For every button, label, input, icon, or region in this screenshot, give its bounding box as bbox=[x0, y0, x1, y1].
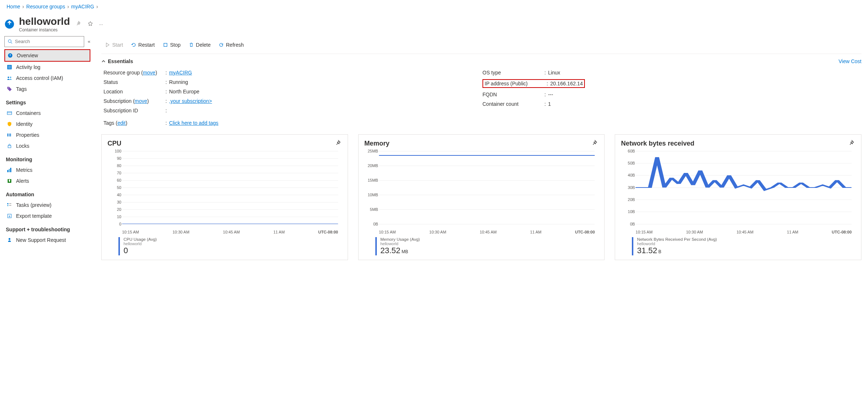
essentials-row: Status:Running bbox=[103, 77, 482, 87]
more-icon[interactable]: ··· bbox=[99, 22, 103, 27]
delete-button[interactable]: Delete bbox=[185, 40, 214, 50]
search-icon bbox=[8, 39, 13, 44]
sidebar-item-label: Locks bbox=[16, 143, 30, 149]
svg-rect-19 bbox=[10, 168, 11, 172]
breadcrumb: Home › Resource groups › myACIRG › bbox=[0, 0, 868, 13]
move-link[interactable]: move bbox=[143, 70, 155, 76]
sidebar-item-access-control-iam-[interactable]: Access control (IAM) bbox=[4, 73, 90, 84]
svg-rect-21 bbox=[7, 203, 8, 204]
sidebar-item-tags[interactable]: Tags bbox=[4, 84, 90, 94]
essentials-row: Tags (edit):Click here to add tags bbox=[103, 118, 482, 128]
chart-x-axis: 10:15 AM10:30 AM10:45 AM11 AMUTC-08:00 bbox=[122, 228, 338, 234]
chart-legend: Network Bytes Received Per Second (Avg) … bbox=[621, 237, 855, 255]
restart-button[interactable]: Restart bbox=[128, 40, 159, 50]
search-input[interactable] bbox=[15, 39, 81, 44]
pin-icon[interactable] bbox=[592, 140, 598, 147]
breadcrumb-rg-name[interactable]: myACIRG bbox=[71, 4, 94, 9]
pin-icon[interactable] bbox=[335, 140, 342, 147]
card-title: CPU bbox=[107, 140, 121, 147]
sidebar-item-label: Containers bbox=[16, 110, 41, 116]
sidebar-item-label: Export template bbox=[16, 213, 52, 219]
chart-x-axis: 10:15 AM10:30 AM10:45 AM11 AMUTC-08:00 bbox=[636, 228, 852, 234]
nav-group-title: Support + troubleshooting bbox=[4, 221, 90, 235]
essentials-toggle[interactable]: Essentials bbox=[101, 58, 133, 64]
chart-x-axis: 10:15 AM10:30 AM10:45 AM11 AMUTC-08:00 bbox=[379, 228, 595, 234]
essentials-value-link[interactable]: ,your subscription> bbox=[169, 98, 212, 104]
svg-point-10 bbox=[8, 88, 9, 88]
delete-icon bbox=[189, 42, 194, 47]
breadcrumb-resource-groups[interactable]: Resource groups bbox=[26, 4, 65, 9]
sidebar-item-activity-log[interactable]: Activity log bbox=[4, 62, 90, 73]
move-link[interactable]: move bbox=[135, 98, 147, 104]
pin-icon[interactable] bbox=[849, 140, 855, 147]
breadcrumb-home[interactable]: Home bbox=[7, 4, 20, 9]
essentials-row: OS type:Linux bbox=[482, 68, 861, 77]
favorite-icon[interactable] bbox=[87, 21, 93, 28]
sidebar-item-export-template[interactable]: Export template bbox=[4, 210, 90, 221]
identity-icon bbox=[7, 121, 12, 127]
nav-group-title: Monitoring bbox=[4, 151, 90, 165]
tag-icon bbox=[7, 86, 12, 92]
collapse-sidebar-icon[interactable]: « bbox=[88, 39, 90, 44]
essentials-value: North Europe bbox=[169, 89, 199, 94]
legend-sub: helloworld bbox=[380, 242, 420, 246]
lock-icon bbox=[7, 143, 12, 149]
essentials-value-link[interactable]: myACIRG bbox=[169, 70, 192, 76]
tasks-icon bbox=[7, 202, 12, 208]
properties-icon bbox=[7, 132, 12, 138]
metrics-icon bbox=[7, 167, 12, 173]
start-button[interactable]: Start bbox=[101, 40, 127, 50]
chevron-right-icon: › bbox=[96, 4, 98, 9]
essentials-value-link[interactable]: Click here to add tags bbox=[169, 120, 218, 126]
sidebar-item-properties[interactable]: Properties bbox=[4, 130, 90, 140]
play-icon bbox=[105, 42, 110, 47]
essentials-row: Subscription (move):,your subscription> bbox=[103, 96, 482, 106]
svg-rect-16 bbox=[8, 146, 11, 148]
sidebar-item-label: Identity bbox=[16, 121, 32, 127]
sidebar-item-label: Access control (IAM) bbox=[16, 75, 63, 81]
essentials-value: Running bbox=[169, 79, 188, 85]
sidebar-item-locks[interactable]: Locks bbox=[4, 140, 90, 151]
page-subtitle: Container instances bbox=[19, 27, 70, 32]
legend-sub: helloworld bbox=[124, 242, 157, 246]
ip-address-highlight: IP address (Public):20.166.162.14 bbox=[482, 79, 585, 88]
sidebar-item-label: Tasks (preview) bbox=[16, 202, 51, 208]
essentials-label: Container count bbox=[482, 101, 544, 107]
sidebar-item-identity[interactable]: Identity bbox=[4, 119, 90, 130]
edit-link[interactable]: edit bbox=[117, 120, 126, 126]
essentials-value: Linux bbox=[548, 70, 560, 76]
svg-point-9 bbox=[10, 77, 11, 78]
view-cost-link[interactable]: View Cost bbox=[838, 58, 861, 64]
essentials-row: Resource group (move):myACIRG bbox=[103, 68, 482, 77]
sidebar-item-overview[interactable]: Overview bbox=[4, 49, 90, 62]
essentials-value: --- bbox=[548, 92, 553, 97]
sidebar-item-label: Properties bbox=[16, 132, 39, 138]
legend-name: CPU Usage (Avg) bbox=[124, 237, 157, 242]
sidebar-search[interactable] bbox=[4, 36, 84, 47]
essentials-label: IP address (Public) bbox=[485, 81, 547, 86]
card-title: Network bytes received bbox=[621, 140, 694, 147]
essentials-row: Container count:1 bbox=[482, 99, 861, 109]
card-title: Memory bbox=[364, 140, 390, 147]
essentials-body: Resource group (move):myACIRGStatus:Runn… bbox=[101, 66, 861, 134]
container-instance-icon bbox=[4, 19, 15, 29]
chart-area: 1009080706050403020100 bbox=[122, 151, 338, 228]
sidebar-item-alerts[interactable]: Alerts bbox=[4, 175, 90, 186]
refresh-button[interactable]: Refresh bbox=[215, 40, 247, 50]
legend-value: 31.52 B bbox=[637, 246, 717, 255]
stop-button[interactable]: Stop bbox=[159, 40, 184, 50]
log-icon bbox=[7, 64, 12, 70]
sidebar-item-tasks-preview-[interactable]: Tasks (preview) bbox=[4, 200, 90, 210]
metric-card-cpu: CPU 1009080706050403020100 10:15 AM10:30… bbox=[101, 134, 348, 260]
legend-sub: helloworld bbox=[637, 242, 717, 246]
sidebar-item-new-support-request[interactable]: New Support Request bbox=[4, 235, 90, 246]
svg-rect-27 bbox=[164, 43, 167, 46]
pin-icon[interactable] bbox=[76, 21, 82, 28]
sidebar-item-containers[interactable]: Containers bbox=[4, 108, 90, 119]
alerts-icon bbox=[7, 178, 12, 184]
essentials-header: Essentials View Cost bbox=[101, 54, 861, 66]
sidebar-item-metrics[interactable]: Metrics bbox=[4, 165, 90, 175]
chevron-right-icon: › bbox=[67, 4, 69, 9]
chart-area: 25MB20MB15MB10MB5MB0B bbox=[379, 151, 595, 228]
svg-rect-11 bbox=[7, 112, 12, 115]
